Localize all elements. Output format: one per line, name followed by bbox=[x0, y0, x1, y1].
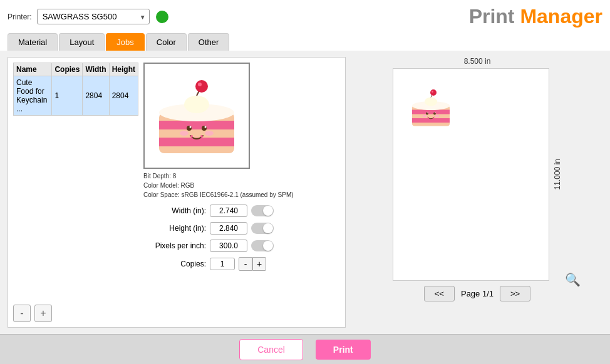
printer-status-dot bbox=[156, 11, 168, 23]
ppi-row: Pixels per inch: bbox=[143, 240, 340, 252]
svg-point-16 bbox=[205, 131, 214, 136]
ppi-input[interactable] bbox=[210, 240, 247, 252]
app-title-print: Print bbox=[469, 5, 515, 28]
svg-point-14 bbox=[205, 126, 207, 128]
left-panel: Name Copies Width Height Cute Food for K… bbox=[8, 57, 346, 328]
width-input[interactable] bbox=[210, 205, 247, 217]
svg-rect-20 bbox=[412, 110, 450, 114]
height-toggle[interactable] bbox=[251, 223, 274, 234]
app-title: Print Manager bbox=[469, 5, 602, 28]
tabs-row: Material Layout Jobs Color Other bbox=[0, 33, 610, 51]
svg-point-29 bbox=[432, 91, 433, 93]
width-row: Width (in): bbox=[143, 205, 340, 217]
panel-footer: - + bbox=[8, 300, 345, 327]
svg-point-9 bbox=[195, 80, 208, 93]
svg-point-18 bbox=[200, 135, 203, 138]
page-info: Page 1/1 bbox=[461, 289, 494, 298]
copies-buttons-group: - + bbox=[239, 257, 266, 271]
svg-point-15 bbox=[180, 131, 189, 136]
canvas-page bbox=[393, 68, 549, 281]
right-panel: 8.500 in bbox=[352, 57, 602, 328]
col-height: Height bbox=[109, 63, 138, 76]
bottom-bar: Cancel Print bbox=[0, 334, 610, 364]
width-label: Width (in): bbox=[143, 206, 206, 215]
printer-label: Printer: bbox=[8, 13, 32, 21]
job-image-section: Bit Depth: 8 Color Model: RGB Color Spac… bbox=[143, 63, 340, 295]
image-info: Bit Depth: 8 Color Model: RGB Color Spac… bbox=[143, 171, 340, 200]
copies-row: Copies: - + bbox=[143, 257, 340, 271]
job-copies: 1 bbox=[52, 76, 83, 116]
svg-point-34 bbox=[423, 115, 427, 118]
cancel-button[interactable]: Cancel bbox=[239, 339, 303, 360]
printer-select[interactable]: SAWGRASS SG500 bbox=[37, 9, 150, 24]
copies-input[interactable] bbox=[210, 258, 235, 270]
width-toggle[interactable] bbox=[251, 205, 274, 216]
next-page-button[interactable]: >> bbox=[500, 286, 530, 301]
height-label: Height (in): bbox=[143, 224, 206, 233]
print-button[interactable]: Print bbox=[316, 340, 371, 360]
prev-page-button[interactable]: << bbox=[424, 286, 455, 301]
height-row: Height (in): bbox=[143, 222, 340, 235]
app-title-manager: Manager bbox=[520, 5, 602, 28]
printer-select-container: SAWGRASS SG500 ▼ bbox=[37, 9, 150, 24]
svg-point-13 bbox=[190, 126, 192, 128]
page-image-svg bbox=[406, 81, 456, 133]
svg-point-10 bbox=[198, 83, 202, 86]
tab-jobs[interactable]: Jobs bbox=[106, 33, 144, 51]
tab-other[interactable]: Other bbox=[188, 33, 230, 51]
image-preview-box bbox=[143, 63, 250, 169]
tab-material[interactable]: Material bbox=[8, 33, 58, 51]
svg-point-4 bbox=[168, 108, 175, 118]
jobs-table: Name Copies Width Height Cute Food for K… bbox=[13, 63, 138, 116]
job-width: 2804 bbox=[83, 76, 109, 116]
svg-rect-1 bbox=[159, 121, 234, 129]
copies-decrement-button[interactable]: - bbox=[239, 257, 252, 271]
svg-point-23 bbox=[417, 104, 420, 109]
canvas-height-label: 11.000 in bbox=[553, 159, 562, 190]
ppi-label: Pixels per inch: bbox=[143, 241, 206, 250]
job-height: 2804 bbox=[109, 76, 138, 116]
zoom-icon[interactable]: 🔍 bbox=[565, 273, 581, 286]
svg-point-37 bbox=[433, 117, 434, 118]
svg-point-32 bbox=[427, 113, 428, 114]
color-space-info: Color Space: sRGB IEC61966-2.1 (assumed … bbox=[143, 190, 340, 200]
bit-depth-info: Bit Depth: 8 bbox=[143, 171, 340, 181]
canvas-width-label: 8.500 in bbox=[464, 57, 491, 66]
remove-job-button[interactable]: - bbox=[13, 305, 31, 322]
job-name: Cute Food for Keychain ... bbox=[14, 76, 52, 116]
svg-point-35 bbox=[435, 115, 440, 118]
svg-point-17 bbox=[190, 135, 193, 138]
color-model-info: Color Model: RGB bbox=[143, 181, 340, 190]
page-nav: << Page 1/1 >> bbox=[424, 286, 530, 301]
svg-point-26 bbox=[425, 98, 437, 106]
height-input[interactable] bbox=[210, 222, 247, 235]
svg-point-33 bbox=[435, 113, 436, 114]
svg-point-24 bbox=[442, 104, 445, 109]
table-row[interactable]: Cute Food for Keychain ... 1 2804 2804 bbox=[14, 76, 138, 116]
ppi-toggle[interactable] bbox=[251, 240, 274, 251]
tab-layout[interactable]: Layout bbox=[59, 33, 105, 51]
svg-point-28 bbox=[430, 89, 437, 96]
copies-increment-button[interactable]: + bbox=[252, 257, 266, 271]
add-job-button[interactable]: + bbox=[34, 305, 52, 322]
svg-point-7 bbox=[184, 96, 209, 113]
svg-point-36 bbox=[428, 117, 429, 118]
tab-color[interactable]: Color bbox=[146, 33, 187, 51]
copies-label: Copies: bbox=[143, 260, 206, 268]
col-copies: Copies bbox=[52, 63, 83, 76]
col-width: Width bbox=[83, 63, 109, 76]
svg-point-5 bbox=[219, 108, 225, 118]
col-name: Name bbox=[14, 63, 52, 76]
canvas-area: 11.000 in 🔍 bbox=[393, 68, 562, 281]
jobs-table-section: Name Copies Width Height Cute Food for K… bbox=[13, 63, 138, 295]
cake-preview-svg bbox=[147, 66, 247, 166]
